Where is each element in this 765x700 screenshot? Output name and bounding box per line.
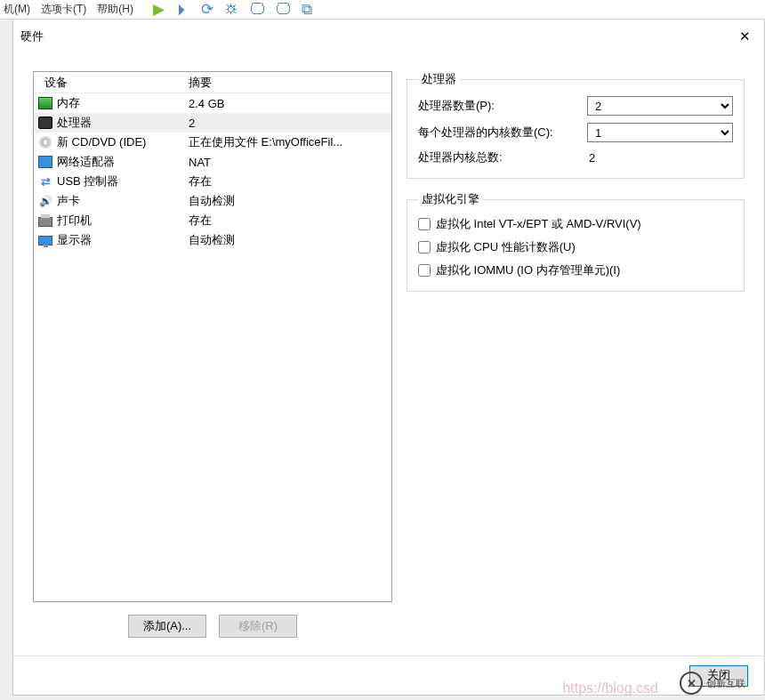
- vm-icon[interactable]: ⏵: [175, 1, 190, 19]
- tool-icon[interactable]: ⛭: [224, 1, 239, 19]
- menu-bar: 机(M) 选项卡(T) 帮助(H) ▶ ⏵ ⟳ ⛭ 🖵 🖵 ⧉: [0, 0, 765, 20]
- toolbar-icons: ▶ ⏵ ⟳ ⛭ 🖵 🖵 ⧉: [153, 0, 312, 19]
- tool-icon[interactable]: 🖵: [250, 1, 265, 19]
- menu-item[interactable]: 帮助(H): [97, 2, 133, 17]
- menu-item[interactable]: 机(M): [4, 2, 30, 17]
- tool-icon[interactable]: ⧉: [302, 1, 312, 19]
- menu-item[interactable]: 选项卡(T): [41, 2, 86, 17]
- tool-icon[interactable]: 🖵: [276, 1, 291, 19]
- play-icon[interactable]: ▶: [153, 0, 165, 19]
- tool-icon[interactable]: ⟳: [201, 0, 213, 19]
